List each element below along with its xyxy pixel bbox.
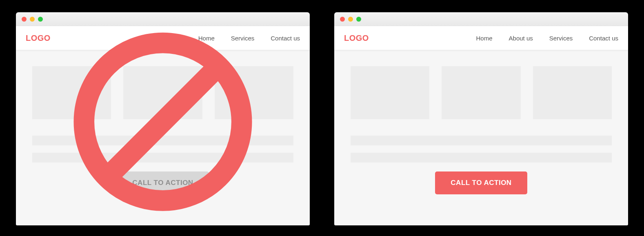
window-titlebar — [334, 12, 628, 26]
traffic-light-zoom-icon[interactable] — [356, 17, 361, 22]
nav-link-home[interactable]: Home — [198, 35, 215, 42]
cta-container: CALL TO ACTION — [351, 171, 612, 194]
logo[interactable]: LOGO — [26, 33, 51, 43]
traffic-light-close-icon[interactable] — [340, 17, 345, 22]
cta-button[interactable]: CALL TO ACTION — [435, 171, 527, 194]
nav-links: Home Services Contact us — [198, 35, 300, 42]
placeholder-cards-row — [351, 66, 612, 119]
window-titlebar — [16, 12, 310, 26]
page-content: CALL TO ACTION — [16, 50, 310, 194]
nav-link-services[interactable]: Services — [231, 35, 255, 42]
logo[interactable]: LOGO — [344, 33, 369, 43]
placeholder-card — [351, 66, 429, 119]
navbar: LOGO Home Services Contact us — [16, 26, 310, 50]
placeholder-text-line — [351, 136, 612, 145]
page-body: LOGO Home About us Services Contact us C… — [334, 26, 628, 225]
placeholder-card — [123, 66, 202, 119]
placeholder-text-line — [32, 153, 293, 163]
placeholder-text-line — [32, 136, 293, 145]
nav-link-home[interactable]: Home — [476, 35, 493, 42]
placeholder-card — [533, 66, 612, 119]
traffic-light-minimize-icon[interactable] — [30, 17, 35, 22]
mockup-window-bad: LOGO Home Services Contact us CALL TO AC… — [16, 12, 310, 224]
placeholder-card — [32, 66, 111, 119]
cta-button[interactable]: CALL TO ACTION — [117, 171, 209, 194]
page-content: CALL TO ACTION — [334, 50, 628, 194]
navbar: LOGO Home About us Services Contact us — [334, 26, 628, 50]
page-body: LOGO Home Services Contact us CALL TO AC… — [16, 26, 310, 225]
placeholder-card — [442, 66, 520, 119]
nav-link-contact[interactable]: Contact us — [271, 35, 300, 42]
mockup-window-good: LOGO Home About us Services Contact us C… — [334, 12, 628, 224]
nav-link-about[interactable]: About us — [509, 35, 533, 42]
traffic-light-minimize-icon[interactable] — [348, 17, 353, 22]
placeholder-card — [215, 66, 293, 119]
nav-link-services[interactable]: Services — [549, 35, 573, 42]
cta-container: CALL TO ACTION — [32, 171, 293, 194]
nav-links: Home About us Services Contact us — [476, 35, 618, 42]
nav-link-contact[interactable]: Contact us — [589, 35, 618, 42]
placeholder-cards-row — [32, 66, 293, 119]
traffic-light-close-icon[interactable] — [22, 17, 27, 22]
traffic-light-zoom-icon[interactable] — [38, 17, 43, 22]
placeholder-text-line — [351, 153, 612, 163]
